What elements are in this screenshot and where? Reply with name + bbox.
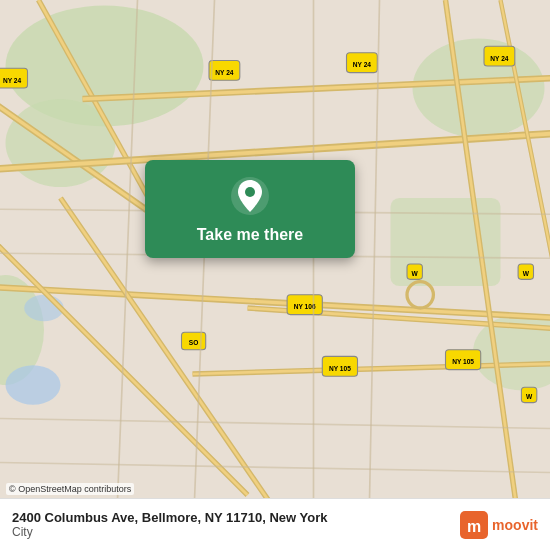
svg-text:NY 24: NY 24 xyxy=(3,76,22,83)
address-block: 2400 Columbus Ave, Bellmore, NY 11710, N… xyxy=(12,510,460,539)
svg-point-7 xyxy=(6,365,61,405)
moovit-m-icon: m xyxy=(460,511,488,539)
cta-label: Take me there xyxy=(197,226,303,244)
svg-text:W: W xyxy=(526,393,533,400)
moovit-text: moovit xyxy=(492,517,538,533)
svg-text:NY 106: NY 106 xyxy=(294,303,316,310)
svg-text:m: m xyxy=(467,518,481,535)
svg-text:NY 24: NY 24 xyxy=(215,69,234,76)
bottom-bar: 2400 Columbus Ave, Bellmore, NY 11710, N… xyxy=(0,498,550,550)
location-pin-icon xyxy=(230,176,270,216)
svg-text:NY 105: NY 105 xyxy=(452,358,474,365)
svg-text:NY 105: NY 105 xyxy=(329,365,351,372)
svg-text:SO: SO xyxy=(189,339,199,346)
svg-text:W: W xyxy=(523,270,530,277)
svg-text:NY 24: NY 24 xyxy=(353,61,372,68)
address-line2: City xyxy=(12,525,460,539)
svg-text:NY 24: NY 24 xyxy=(490,54,509,61)
svg-point-68 xyxy=(245,187,255,197)
map-container: NY 24 NY 24 NY 24 NY 24 NY 106 NY 105 NY… xyxy=(0,0,550,550)
osm-attribution: © OpenStreetMap contributors xyxy=(6,483,134,495)
address-line1: 2400 Columbus Ave, Bellmore, NY 11710, N… xyxy=(12,510,460,525)
moovit-logo: m moovit xyxy=(460,511,538,539)
take-me-there-button[interactable]: Take me there xyxy=(145,160,355,258)
svg-point-58 xyxy=(411,286,429,304)
svg-text:W: W xyxy=(412,270,419,277)
map-svg: NY 24 NY 24 NY 24 NY 24 NY 106 NY 105 NY… xyxy=(0,0,550,550)
